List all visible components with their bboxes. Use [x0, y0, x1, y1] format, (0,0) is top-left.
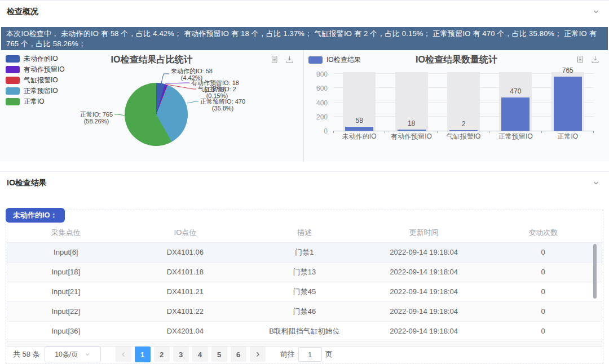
table-cell: Input[18]	[6, 262, 126, 282]
legend-swatch	[6, 87, 20, 95]
data-view-icon[interactable]	[270, 55, 279, 64]
table-cell: 0	[483, 282, 603, 301]
pie-legend-item[interactable]: 正常预留IO	[6, 87, 65, 95]
table-cell: DX4101.18	[126, 262, 245, 282]
results-table-container: 采集点位IO点位描述更新时间变动次数 Input[6]DX4101.06门禁12…	[6, 210, 603, 363]
legend-swatch	[6, 77, 20, 84]
page-number-button[interactable]: 3	[173, 347, 189, 362]
bar[interactable]	[501, 97, 529, 131]
pie-legend-item[interactable]: 有动作预留IO	[6, 66, 65, 73]
dashboard-page: 检查概况 本次IO检查中， 未动作的IO 有 58 个，占比 4.42%； 有动…	[0, 0, 609, 364]
page-number-button[interactable]: 5	[211, 347, 227, 362]
goto-page-input[interactable]	[298, 347, 322, 362]
pie-slice-label: 气缸报警IO: 2(0.15%)	[198, 86, 236, 99]
goto-page: 前往 页	[280, 347, 333, 362]
x-axis-label: 正常预留IO	[489, 132, 541, 141]
bar-chart-toolbox	[576, 55, 599, 64]
panel-overview-header[interactable]: 检查概况	[0, 1, 609, 23]
table-cell: DX4101.21	[126, 282, 245, 301]
table-row[interactable]: Input[22]DX4101.22门禁462022-09-14 19:18:0…	[6, 301, 603, 321]
page-number-button[interactable]: 2	[154, 347, 170, 362]
chevron-down-icon[interactable]	[592, 8, 600, 16]
pie-legend-item[interactable]: 气缸报警IO	[6, 77, 65, 84]
page-number-button[interactable]: 4	[192, 347, 208, 362]
column-header[interactable]: 更新时间	[364, 224, 484, 242]
table-cell: 2022-09-14 19:18:04	[364, 282, 484, 301]
y-axis-label: 0	[308, 127, 328, 135]
pie-chart[interactable]	[125, 83, 188, 146]
page-number-button[interactable]: 1	[135, 347, 151, 362]
pie-label-leader-line	[114, 114, 125, 116]
io-results-table: 采集点位IO点位描述更新时间变动次数 Input[6]DX4101.06门禁12…	[6, 224, 603, 341]
bar[interactable]	[345, 127, 373, 131]
chevron-down-icon[interactable]	[592, 179, 600, 187]
panel-results-title: IO检查结果	[7, 178, 47, 188]
pie-label-leader-line	[165, 83, 189, 83]
download-icon[interactable]	[591, 55, 599, 64]
table-cell: 门禁13	[245, 262, 364, 282]
pie-slice-label: 正常预留IO: 470(35.8%)	[200, 98, 245, 112]
bar-band: 58未动作的IO	[333, 72, 385, 131]
bar-plot-area: 58未动作的IO18有动作预留IO2气缸报警IO470正常预留IO765正常IO	[333, 73, 594, 131]
bar-chart-card: IO检查结果 IO检查结果数量统计 58未动	[303, 50, 609, 161]
bar-band: 18有动作预留IO	[385, 72, 437, 131]
pie-chart-card: 未动作的IO有动作预留IO气缸报警IO正常预留IO正常IO IO检查结果占比统计	[0, 50, 303, 161]
table-scrollbar-thumb[interactable]	[593, 244, 597, 299]
charts-row: 未动作的IO有动作预留IO气缸报警IO正常预留IO正常IO IO检查结果占比统计	[0, 50, 609, 161]
panel-results-header[interactable]: IO检查结果	[0, 172, 609, 194]
table-row[interactable]: Input[36]DX4201.04B取料阻挡气缸初始位2022-09-14 1…	[6, 321, 603, 341]
legend-swatch	[6, 66, 20, 73]
pagination-total: 共 58 条	[13, 349, 40, 359]
bar-chart-title: IO检查结果数量统计	[304, 54, 609, 66]
table-cell: 0	[483, 301, 603, 321]
panel-overview-title: 检查概况	[7, 7, 38, 17]
x-axis-tick	[593, 131, 594, 133]
y-axis-label: 400	[308, 99, 328, 107]
data-view-icon[interactable]	[576, 55, 584, 64]
summary-banner: 本次IO检查中， 未动作的IO 有 58 个，占比 4.42%； 有动作预留IO…	[1, 27, 608, 50]
table-header-row: 采集点位IO点位描述更新时间变动次数	[6, 224, 603, 242]
table-row[interactable]: Input[6]DX4101.06门禁12022-09-14 19:18:040	[6, 242, 603, 262]
bar-value-label: 765	[542, 66, 594, 74]
x-axis-label: 有动作预留IO	[385, 132, 437, 141]
bar[interactable]	[398, 130, 426, 131]
table-cell: 0	[483, 242, 603, 262]
page-number-button[interactable]: 6	[231, 347, 246, 362]
panel-overview: 检查概况 本次IO检查中， 未动作的IO 有 58 个，占比 4.42%； 有动…	[0, 1, 609, 171]
filter-category-button[interactable]: 未动作的IO：	[6, 208, 65, 223]
table-cell: 门禁45	[245, 282, 364, 301]
column-header[interactable]: IO点位	[126, 224, 245, 242]
summary-banner-text: 本次IO检查中， 未动作的IO 有 58 个，占比 4.42%； 有动作预留IO…	[6, 29, 603, 49]
column-header[interactable]: 描述	[245, 224, 364, 242]
legend-swatch	[6, 98, 20, 105]
table-cell: Input[6]	[6, 242, 126, 262]
table-row[interactable]: Input[18]DX4101.18门禁132022-09-14 19:18:0…	[6, 262, 603, 282]
bar-value-label: 470	[489, 87, 541, 95]
bar-value-label: 2	[438, 120, 489, 128]
column-header[interactable]: 采集点位	[6, 224, 126, 242]
bar[interactable]	[449, 130, 478, 131]
table-cell: 门禁46	[245, 301, 364, 321]
pagination-bar: 共 58 条 10条/页 123456	[6, 347, 603, 363]
chevron-left-icon	[121, 352, 126, 357]
pie-label-leader-line	[187, 101, 198, 103]
table-row[interactable]: Input[21]DX4101.21门禁452022-09-14 19:18:0…	[6, 282, 603, 301]
table-cell: DX4101.22	[126, 301, 245, 321]
y-axis-label: 800	[308, 70, 328, 78]
bar[interactable]	[554, 77, 582, 131]
pie-legend-item[interactable]: 正常IO	[6, 98, 65, 105]
goto-label: 前往	[280, 349, 295, 359]
bar-band: 765正常IO	[542, 72, 594, 131]
page-unit-label: 页	[325, 349, 333, 359]
bar-band: 470正常预留IO	[489, 72, 541, 131]
table-cell: Input[22]	[6, 301, 126, 321]
next-page-button[interactable]	[250, 347, 266, 362]
x-axis-label: 未动作的IO	[333, 132, 385, 141]
x-axis-tick	[333, 131, 334, 133]
prev-page-button[interactable]	[116, 347, 131, 362]
download-icon[interactable]	[285, 55, 294, 64]
pie-label-leader-line	[161, 74, 169, 83]
column-header[interactable]: 变动次数	[483, 224, 603, 242]
page-size-select[interactable]: 10条/页	[45, 347, 101, 362]
table-cell: DX4201.04	[126, 321, 245, 341]
